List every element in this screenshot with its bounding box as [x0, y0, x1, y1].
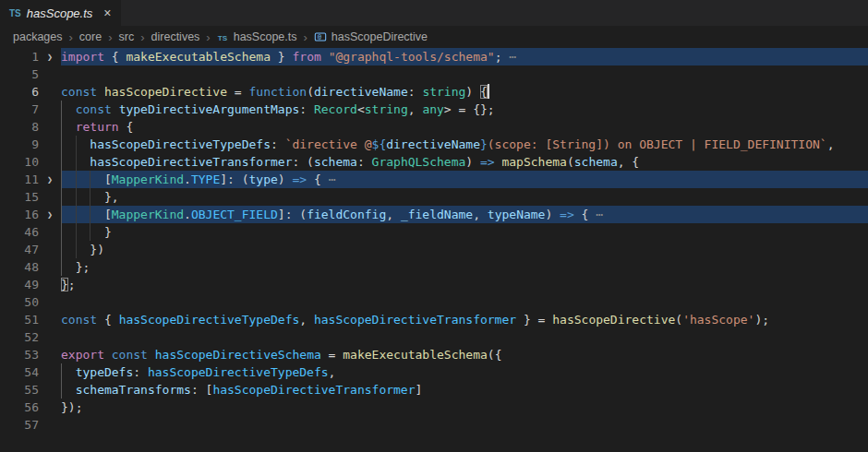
- code-token: hasScopeDirectiveTransformer: [314, 313, 516, 327]
- code-editor[interactable]: 1❯import { makeExecutableSchema } from "…: [0, 48, 868, 452]
- code-content[interactable]: schemaTransforms: [hasScopeDirectiveTran…: [61, 381, 868, 398]
- code-token: directiveName: [314, 85, 408, 99]
- indent-guide: [61, 206, 62, 223]
- line-number: 49: [0, 276, 39, 293]
- code-content[interactable]: const { hasScopeDirectiveTypeDefs, hasSc…: [61, 311, 868, 328]
- gutter: 7: [0, 101, 61, 118]
- code-line[interactable]: 57: [0, 416, 868, 434]
- code-token: [61, 102, 76, 116]
- code-token: : [: [191, 383, 212, 397]
- editor-tab[interactable]: TS hasScope.ts ×: [0, 0, 121, 26]
- code-token: ]: [416, 383, 423, 397]
- breadcrumb-separator: ›: [206, 30, 210, 44]
- breadcrumb-item[interactable]: @hasScopeDirective: [314, 30, 428, 43]
- code-token: [: [61, 172, 112, 186]
- code-token: ;: [495, 50, 510, 64]
- breadcrumb-item[interactable]: src: [119, 30, 135, 43]
- code-token: } =: [516, 313, 552, 327]
- code-line[interactable]: 16❯ [MapperKind.OBJECT_FIELD]: (fieldCon…: [0, 206, 868, 223]
- indent-guide: [61, 118, 62, 136]
- indent-guide: [76, 153, 77, 171]
- indent-guide: [61, 153, 62, 171]
- code-content[interactable]: export const hasScopeDirectiveSchema = m…: [61, 346, 868, 363]
- code-content[interactable]: [61, 65, 868, 83]
- code-token: : (: [292, 155, 313, 169]
- gutter: 51: [0, 311, 61, 328]
- code-content[interactable]: hasScopeDirectiveTypeDefs: `directive @$…: [61, 136, 868, 153]
- breadcrumb-label: packages: [13, 30, 63, 43]
- code-content[interactable]: };: [61, 258, 868, 276]
- fold-chevron-icon[interactable]: ❯: [39, 206, 61, 223]
- code-token: makeExecutableSchema: [126, 50, 271, 64]
- code-content[interactable]: import { makeExecutableSchema } from "@g…: [61, 48, 868, 65]
- indent-guide: [61, 363, 62, 381]
- code-content[interactable]: }: [61, 223, 868, 241]
- code-token: 'hasScope': [682, 313, 754, 327]
- code-line[interactable]: 50: [0, 293, 868, 311]
- code-line[interactable]: 6const hasScopeDirective = function(dire…: [0, 83, 868, 101]
- code-content[interactable]: [61, 293, 868, 311]
- code-token: ,: [827, 137, 835, 151]
- breadcrumb-item[interactable]: directives: [151, 30, 200, 43]
- code-line[interactable]: 56});: [0, 398, 868, 416]
- line-number: 10: [0, 153, 39, 171]
- code-line[interactable]: 15 },: [0, 188, 868, 206]
- code-line[interactable]: 8 return {: [0, 118, 868, 136]
- code-token: :: [357, 155, 372, 169]
- code-token: =>: [480, 155, 495, 169]
- breadcrumb-item[interactable]: packages: [13, 30, 63, 43]
- code-token: _fieldName: [401, 208, 473, 221]
- gutter: 16❯: [0, 206, 61, 223]
- code-content[interactable]: };: [61, 276, 868, 293]
- code-content[interactable]: });: [61, 398, 868, 416]
- fold-chevron-icon[interactable]: ❯: [39, 171, 61, 188]
- tab-close-icon[interactable]: ×: [103, 6, 111, 19]
- code-line[interactable]: 5: [0, 65, 868, 83]
- code-token: const: [112, 348, 155, 362]
- code-token: ${: [372, 137, 387, 151]
- code-line[interactable]: 54 typeDefs: hasScopeDirectiveTypeDefs,: [0, 363, 868, 381]
- code-content[interactable]: [MapperKind.OBJECT_FIELD]: (fieldConfig,…: [61, 206, 868, 223]
- code-token: );: [754, 313, 769, 327]
- fold-spacer: [39, 328, 61, 346]
- breadcrumb-separator: ›: [140, 30, 144, 44]
- code-token: ({: [488, 348, 502, 362]
- code-line[interactable]: 51const { hasScopeDirectiveTypeDefs, has…: [0, 311, 868, 328]
- fold-ellipsis: ⋯: [596, 208, 603, 221]
- code-token: OBJECT_FIELD: [191, 208, 278, 221]
- code-token: {: [119, 120, 134, 134]
- code-content[interactable]: hasScopeDirectiveTransformer: (schema: G…: [61, 153, 868, 171]
- code-content[interactable]: },: [61, 188, 868, 206]
- code-content[interactable]: [MapperKind.TYPE]: (type) => { ⋯: [61, 171, 868, 188]
- code-line[interactable]: 55 schemaTransforms: [hasScopeDirectiveT…: [0, 381, 868, 398]
- line-number: 57: [0, 416, 39, 434]
- code-line[interactable]: 10 hasScopeDirectiveTransformer: (schema…: [0, 153, 868, 171]
- code-line[interactable]: 11❯ [MapperKind.TYPE]: (type) => { ⋯: [0, 171, 868, 188]
- code-line[interactable]: 47 }): [0, 241, 868, 258]
- code-content[interactable]: }): [61, 241, 868, 258]
- code-line[interactable]: 1❯import { makeExecutableSchema } from "…: [0, 48, 868, 65]
- code-content[interactable]: return {: [61, 118, 868, 136]
- breadcrumb-item[interactable]: core: [79, 30, 102, 43]
- svg-text:TS: TS: [218, 33, 228, 42]
- code-content[interactable]: typeDefs: hasScopeDirectiveTypeDefs,: [61, 363, 868, 381]
- code-token: schema: [574, 155, 618, 169]
- breadcrumb-item[interactable]: TShasScope.ts: [217, 30, 297, 43]
- fold-chevron-icon[interactable]: ❯: [39, 48, 61, 65]
- code-content[interactable]: [61, 328, 868, 346]
- fold-spacer: [39, 276, 61, 293]
- code-line[interactable]: 9 hasScopeDirectiveTypeDefs: `directive …: [0, 136, 868, 153]
- gutter: 5: [0, 65, 61, 83]
- code-line[interactable]: 49};: [0, 276, 868, 293]
- gutter: 48: [0, 258, 61, 276]
- code-line[interactable]: 48 };: [0, 258, 868, 276]
- code-content[interactable]: const hasScopeDirective = function(direc…: [61, 83, 868, 101]
- code-line[interactable]: 46 }: [0, 223, 868, 241]
- breadcrumb-label: directives: [151, 30, 200, 43]
- code-line[interactable]: 7 const typeDirectiveArgumentMaps: Recor…: [0, 101, 868, 118]
- code-line[interactable]: 52: [0, 328, 868, 346]
- code-token: MapperKind: [112, 208, 184, 221]
- code-content[interactable]: const typeDirectiveArgumentMaps: Record<…: [61, 101, 868, 118]
- code-content[interactable]: [61, 416, 868, 434]
- code-line[interactable]: 53export const hasScopeDirectiveSchema =…: [0, 346, 868, 363]
